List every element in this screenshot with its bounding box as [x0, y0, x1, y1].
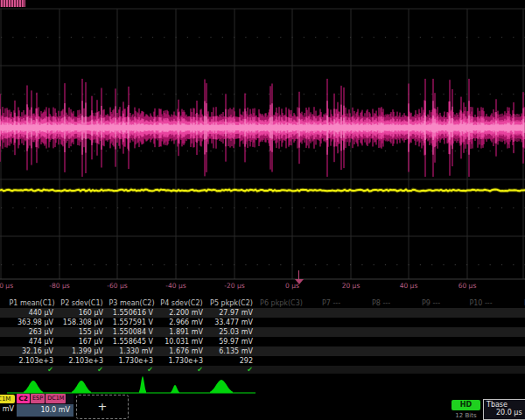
c2-esp-badge: ESP — [31, 394, 45, 403]
time-axis-label: -60 µs — [107, 282, 127, 290]
c2-coupling-badge: DC1M — [46, 394, 66, 403]
measure-value: 33.477 mV — [206, 318, 256, 327]
status-check-icon: ✔ — [206, 366, 256, 374]
param-header-p4[interactable]: P4 sdev(C2) — [157, 298, 206, 308]
time-axis-label: -80 µs — [49, 282, 69, 290]
timebase-label: Tbase — [484, 400, 525, 409]
measure-value: 474 µV — [7, 337, 57, 346]
hd-bits-label: 12 Bits — [452, 412, 480, 419]
c2-scale-value: 10.0 mV — [17, 404, 74, 416]
c1-scale-value[interactable]: 10.0 mV — [0, 405, 14, 413]
measure-value: 1.891 mV — [157, 327, 206, 337]
c2-descriptor-box[interactable]: C2 ESP DC1M 10.0 mV — [17, 394, 74, 417]
measure-value: 2.103e+3 — [7, 356, 57, 366]
measure-value: 1.557591 V — [107, 318, 157, 327]
measure-value: 1.730e+3 — [107, 356, 157, 366]
c2-channel-badge[interactable]: C2 — [17, 394, 30, 403]
param-header-unused[interactable]: P11 — [506, 298, 525, 308]
measure-value: 1.330 mV — [107, 346, 157, 356]
add-channel-button[interactable]: + — [76, 395, 129, 419]
time-axis-label: -100 µs — [0, 282, 13, 290]
status-check-icon: ✔ — [7, 366, 57, 374]
measure-value: 2.200 mV — [157, 308, 206, 318]
measure-row-min: 263 µV155 µV1.550084 V1.891 mV25.03 mV — [0, 327, 525, 337]
measure-status-row: ✔✔✔✔✔ — [0, 366, 525, 374]
measure-row-max: 474 µV167 µV1.558645 V10.031 mV59.97 mV — [0, 337, 525, 346]
measure-value: 59.97 mV — [206, 337, 256, 346]
measure-row-num: 2.103e+32.103e+31.730e+31.730e+3292 — [0, 356, 525, 366]
param-header-unused[interactable]: P6 pkpk(C3) — [256, 298, 306, 308]
param-header-unused[interactable]: P8 --- — [356, 298, 406, 308]
param-header-p5[interactable]: P5 pkpk(C2) — [206, 298, 256, 308]
measure-row-mean: 363.98 µV158.308 µV1.557591 V2.966 mV33.… — [0, 318, 525, 327]
measure-value: 263 µV — [7, 327, 57, 337]
measure-value: 2.966 mV — [157, 318, 206, 327]
time-axis-label: 60 µs — [458, 282, 477, 290]
measure-value: 158.308 µV — [57, 318, 107, 327]
trace-status-badge — [0, 0, 25, 7]
c1-coupling-badge[interactable]: DC1M — [0, 395, 15, 403]
hd-mode-badge[interactable]: HD — [452, 400, 480, 410]
measure-row-sdev: 32.16 µV1.399 µV1.330 mV1.676 mV6.135 mV — [0, 346, 525, 356]
status-check-icon: ✔ — [157, 366, 206, 374]
time-axis-label: 20 µs — [342, 282, 360, 290]
measure-value: 1.558645 V — [107, 337, 157, 346]
measure-value: 1.676 mV — [157, 346, 206, 356]
status-check-icon: ✔ — [57, 366, 107, 374]
measure-row-value: 440 µV160 µV1.550616 V2.200 mV27.97 mV — [0, 308, 525, 318]
measure-value: 2.103e+3 — [57, 356, 107, 366]
measure-header-row: P1 mean(C1)P2 sdev(C1)P3 mean(C2)P4 sdev… — [0, 298, 525, 308]
param-header-p1[interactable]: P1 mean(C1) — [7, 298, 57, 308]
time-axis-label: -40 µs — [165, 282, 186, 290]
measure-value: 1.399 µV — [57, 346, 107, 356]
measure-value: 1.550616 V — [107, 308, 157, 318]
measure-value: 1.550084 V — [107, 327, 157, 337]
measure-value: 10.031 mV — [157, 337, 206, 346]
measure-value: 27.97 mV — [206, 308, 256, 318]
time-axis-label: -20 µs — [224, 282, 244, 290]
param-header-unused[interactable]: P9 --- — [406, 298, 456, 308]
param-header-unused[interactable]: P10 --- — [456, 298, 506, 308]
timebase-value: 20.0 µs — [484, 409, 525, 416]
measure-value: 160 µV — [57, 308, 107, 318]
measure-value: 292 — [206, 356, 256, 366]
param-header-unused[interactable]: P7 --- — [306, 298, 356, 308]
measure-value: 167 µV — [57, 337, 107, 346]
param-header-p2[interactable]: P2 sdev(C1) — [57, 298, 107, 308]
measure-value: 1.730e+3 — [157, 356, 206, 366]
measure-value: 6.135 mV — [206, 346, 256, 356]
trigger-marker-line — [298, 270, 299, 279]
measurement-table: P1 mean(C1)P2 sdev(C1)P3 mean(C2)P4 sdev… — [0, 298, 525, 374]
trigger-marker-icon[interactable] — [295, 279, 304, 284]
timebase-box[interactable]: Tbase 20.0 µs — [483, 399, 525, 420]
status-check-icon: ✔ — [107, 366, 157, 374]
measure-value: 155 µV — [57, 327, 107, 337]
measure-value: 363.98 µV — [7, 318, 57, 327]
measure-value: 440 µV — [7, 308, 57, 318]
measure-value: 25.03 mV — [206, 327, 256, 337]
measure-value: 32.16 µV — [7, 346, 57, 356]
param-header-p3[interactable]: P3 mean(C2) — [107, 298, 157, 308]
time-axis-label: 40 µs — [400, 282, 418, 290]
